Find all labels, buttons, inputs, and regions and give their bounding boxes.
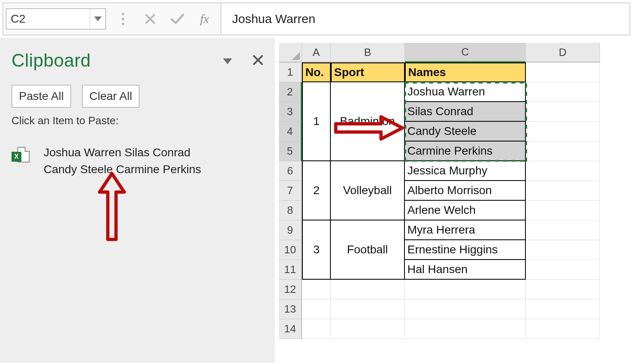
cell-D7[interactable] — [526, 181, 600, 201]
svg-marker-0 — [94, 16, 102, 21]
svg-marker-6 — [223, 58, 232, 64]
cell-C7[interactable]: Alberto Morrison — [405, 181, 526, 201]
name-box-dropdown[interactable] — [90, 9, 105, 29]
cell-B6-B8[interactable]: Volleyball — [331, 161, 405, 220]
svg-point-2 — [122, 18, 124, 20]
cell-C4[interactable]: Candy Steele — [405, 122, 526, 141]
row-header-1[interactable]: 1 — [279, 63, 302, 82]
row-header-5[interactable]: 5 — [279, 141, 302, 161]
cell-D3[interactable] — [526, 102, 600, 122]
cell-C10[interactable]: Ernestine Higgins — [405, 240, 526, 260]
cell-D6[interactable] — [526, 161, 600, 181]
row-header-3[interactable]: 3 — [279, 102, 302, 122]
cell-C2[interactable]: Joshua Warren — [405, 82, 526, 102]
row-header-8[interactable]: 8 — [279, 201, 302, 220]
row-header-11[interactable]: 11 — [279, 260, 302, 280]
annotation-arrow-up — [95, 169, 128, 243]
formula-bar-buttons: fx — [115, 11, 212, 27]
row-header-12[interactable]: 12 — [279, 280, 302, 299]
cell-A2-A5[interactable]: 1 — [302, 82, 331, 161]
cell-A6-A8[interactable]: 2 — [302, 161, 331, 220]
row-header-2[interactable]: 2 — [279, 82, 302, 102]
clear-all-button[interactable]: Clear All — [82, 85, 139, 108]
cell-D8[interactable] — [526, 201, 600, 220]
col-header-A[interactable]: A — [302, 43, 331, 63]
enter-icon[interactable] — [170, 11, 185, 27]
cell-A1[interactable]: No. — [302, 63, 331, 82]
svg-point-1 — [122, 13, 124, 15]
formula-bar-input[interactable]: Joshua Warren — [221, 3, 630, 35]
row-header-14[interactable]: 14 — [279, 319, 302, 339]
name-box[interactable]: C2 — [7, 12, 90, 26]
row-header-10[interactable]: 10 — [279, 240, 302, 260]
svg-marker-9 — [292, 52, 300, 60]
cell-B1[interactable]: Sport — [331, 63, 405, 82]
cell-B9-B11[interactable]: Football — [331, 220, 405, 280]
cell-C1[interactable]: Names — [405, 63, 526, 82]
cell-B14[interactable] — [331, 319, 405, 339]
fx-icon[interactable]: fx — [197, 11, 212, 27]
cell-D4[interactable] — [526, 122, 600, 141]
cell-D9[interactable] — [526, 220, 600, 240]
col-header-D[interactable]: D — [526, 43, 600, 63]
clipboard-pane: Clipboard Paste All Clear All Click an I… — [0, 38, 275, 363]
formula-bar: C2 fx Joshua Warren — [2, 2, 630, 35]
cell-A12[interactable] — [302, 280, 331, 299]
cell-A14[interactable] — [302, 319, 331, 339]
cancel-icon[interactable] — [142, 11, 158, 27]
row-header-13[interactable]: 13 — [279, 299, 302, 319]
svg-point-3 — [122, 23, 124, 25]
cell-A9-A11[interactable]: 3 — [302, 220, 331, 280]
cell-D1[interactable] — [526, 63, 600, 82]
cell-C5[interactable]: Carmine Perkins — [405, 141, 526, 161]
cell-C6[interactable]: Jessica Murphy — [405, 161, 526, 181]
cell-D12[interactable] — [526, 280, 600, 299]
row-header-7[interactable]: 7 — [279, 181, 302, 201]
close-icon[interactable] — [253, 52, 263, 69]
drag-handle-icon — [115, 11, 131, 27]
cell-C8[interactable]: Arlene Welch — [405, 201, 526, 220]
cell-C13[interactable] — [405, 299, 526, 319]
clipboard-options-icon[interactable] — [223, 54, 232, 67]
cell-D11[interactable] — [526, 260, 600, 280]
cell-D10[interactable] — [526, 240, 600, 260]
row-header-9[interactable]: 9 — [279, 220, 302, 240]
row-header-4[interactable]: 4 — [279, 122, 302, 141]
clipboard-title: Clipboard — [12, 50, 91, 71]
paste-all-button[interactable]: Paste All — [12, 85, 71, 108]
clipboard-item-text: Joshua Warren Silas Conrad Candy Steele … — [44, 144, 201, 178]
cell-D5[interactable] — [526, 141, 600, 161]
cell-C11[interactable]: Hal Hansen — [405, 260, 526, 280]
cell-B12[interactable] — [331, 280, 405, 299]
name-box-wrap[interactable]: C2 — [6, 8, 106, 30]
cell-D2[interactable] — [526, 82, 600, 102]
cell-B2-B5[interactable]: Badminton — [331, 82, 405, 161]
cell-B13[interactable] — [331, 299, 405, 319]
cell-D14[interactable] — [526, 319, 600, 339]
cell-C3[interactable]: Silas Conrad — [405, 102, 526, 122]
excel-icon: X — [12, 147, 30, 165]
col-header-C[interactable]: C — [405, 43, 526, 63]
cell-C9[interactable]: Myra Herrera — [405, 220, 526, 240]
cell-A13[interactable] — [302, 299, 331, 319]
select-all-corner[interactable] — [279, 43, 302, 63]
row-header-6[interactable]: 6 — [279, 161, 302, 181]
cell-C14[interactable] — [405, 319, 526, 339]
cell-C12[interactable] — [405, 280, 526, 299]
clipboard-hint: Click an Item to Paste: — [12, 114, 263, 127]
cell-D13[interactable] — [526, 299, 600, 319]
col-header-B[interactable]: B — [331, 43, 405, 63]
clipboard-item[interactable]: X Joshua Warren Silas Conrad Candy Steel… — [12, 144, 263, 178]
